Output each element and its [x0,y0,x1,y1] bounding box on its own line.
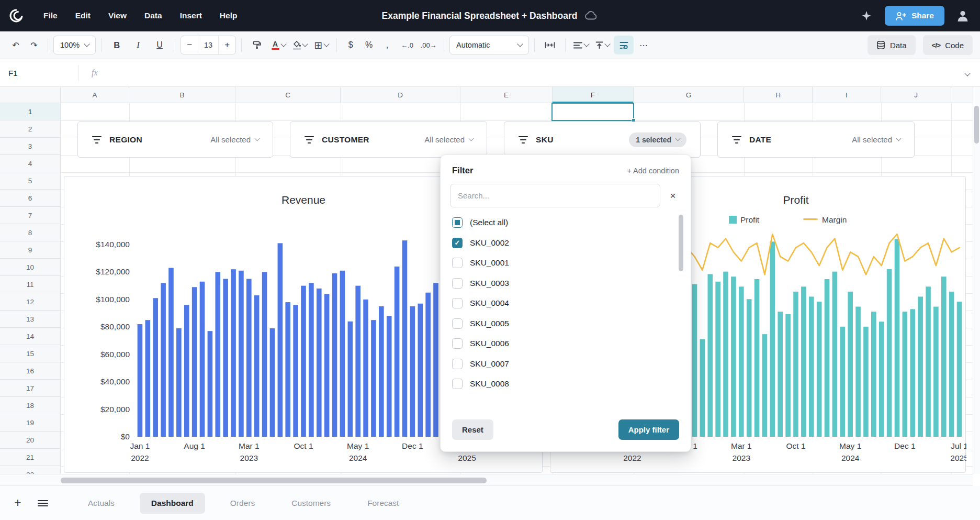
menu-data[interactable]: Data [137,6,170,25]
row-header-2[interactable]: 2 [0,120,60,138]
row-header-20[interactable]: 20 [0,432,60,449]
currency-format-button[interactable]: $ [342,36,359,54]
share-button[interactable]: Share [885,6,944,26]
filter-option-sku_0005[interactable]: SKU_0005 [452,314,673,334]
checkbox-unchecked[interactable] [452,278,463,289]
add-sheet-button[interactable]: + [8,494,27,513]
column-header-F[interactable]: F [553,87,634,103]
checkbox-unchecked[interactable] [452,338,463,349]
row-header-11[interactable]: 11 [0,276,60,293]
filter-option-sku_0007[interactable]: SKU_0007 [452,354,673,374]
fill-color-button[interactable] [290,36,310,54]
column-header-I[interactable]: I [813,87,881,103]
sheet-tab-customers[interactable]: Customers [280,493,342,514]
filter-option-sku_0002[interactable]: ✓SKU_0002 [452,233,673,253]
menu-help[interactable]: Help [212,6,245,25]
checkbox-unchecked[interactable] [452,359,463,369]
filter-option-sku_0008[interactable]: SKU_0008 [452,374,673,394]
borders-button[interactable]: ⊞ [311,36,331,54]
sheet-tab-forecast[interactable]: Forecast [356,493,410,514]
column-header-B[interactable]: B [129,87,235,103]
column-header-D[interactable]: D [341,87,460,103]
row-header-13[interactable]: 13 [0,311,60,328]
text-wrap-button[interactable] [614,36,634,54]
checkbox-checked[interactable]: ✓ [452,238,463,248]
row-header-15[interactable]: 15 [0,345,60,362]
row-header-9[interactable]: 9 [0,241,60,259]
column-header-E[interactable]: E [460,87,553,103]
code-panel-button[interactable]: </> Code [923,35,973,55]
row-header-21[interactable]: 21 [0,449,60,466]
apply-filter-button[interactable]: Apply filter [618,419,679,440]
checkbox-unchecked[interactable] [452,379,463,389]
filter-list-scrollbar-thumb[interactable] [679,215,683,271]
horizontal-scrollbar[interactable] [0,474,973,486]
cell-reference-box[interactable]: F1 [0,69,78,78]
filter-card-sku[interactable]: SKU1 selected [504,121,701,158]
checkbox-unchecked[interactable] [452,258,463,268]
filter-card-value[interactable]: All selected [852,135,900,144]
filter-option-selectall[interactable]: (Select all) [452,213,673,233]
row-header-14[interactable]: 14 [0,328,60,345]
filter-card-value[interactable]: All selected [424,135,473,144]
filter-card-customer[interactable]: CUSTOMERAll selected [290,121,487,158]
row-header-17[interactable]: 17 [0,380,60,397]
close-icon[interactable]: × [663,186,682,205]
column-header-G[interactable]: G [634,87,744,103]
user-avatar-icon[interactable] [954,7,972,25]
horizontal-scrollbar-thumb[interactable] [61,478,487,483]
column-header-H[interactable]: H [744,87,813,103]
checkbox-unchecked[interactable] [452,298,463,308]
column-header-C[interactable]: C [235,87,341,103]
font-size-value[interactable]: 13 [198,36,219,54]
row-header-1[interactable]: 1 [0,103,60,120]
sheet-tab-dashboard[interactable]: Dashboard [140,493,205,514]
menu-file[interactable]: File [36,6,65,25]
paint-format-button[interactable] [247,36,267,54]
number-format-select[interactable]: Automatic [449,36,529,54]
more-options-button[interactable]: ⋯ [635,36,652,54]
grid-corner[interactable] [951,87,973,103]
comma-format-button[interactable]: , [379,36,396,54]
filter-option-sku_0003[interactable]: SKU_0003 [452,273,673,294]
vertical-scrollbar-thumb[interactable] [974,106,979,143]
row-header-6[interactable]: 6 [0,190,60,207]
row-header-3[interactable]: 3 [0,138,60,155]
app-logo-icon[interactable] [8,8,24,24]
grid-corner[interactable] [0,87,61,103]
increase-font-size-button[interactable]: + [219,36,235,54]
column-header-A[interactable]: A [61,87,129,103]
row-header-7[interactable]: 7 [0,207,60,224]
filter-card-date[interactable]: DATEAll selected [717,121,915,158]
row-header-5[interactable]: 5 [0,172,60,190]
zoom-select[interactable]: 100% [53,36,96,54]
column-header-J[interactable]: J [881,87,951,103]
filter-card-value[interactable]: All selected [210,135,259,144]
increase-decimal-button[interactable]: .00→ [419,36,438,54]
filter-option-sku_0001[interactable]: SKU_0001 [452,253,673,273]
add-condition-link[interactable]: + Add condition [627,167,679,175]
sheet-tab-actuals[interactable]: Actuals [76,493,126,514]
menu-insert[interactable]: Insert [172,6,210,25]
decrease-decimal-button[interactable]: ←.0 [397,36,417,54]
cells-area[interactable]: Revenue$0$20,000$40,000$60,000$80,000$10… [61,103,973,474]
menu-edit[interactable]: Edit [67,6,98,25]
data-panel-button[interactable]: Data [868,35,916,55]
row-header-16[interactable]: 16 [0,362,60,380]
checkbox-indeterminate[interactable] [452,217,463,228]
filter-card-region[interactable]: REGIONAll selected [77,121,273,158]
sheet-tab-orders[interactable]: Orders [219,493,266,514]
redo-button[interactable]: ↷ [26,36,42,54]
row-header-22[interactable]: 22 [0,466,60,474]
formula-bar-expand-button[interactable] [965,68,970,78]
row-header-19[interactable]: 19 [0,414,60,432]
vertical-align-button[interactable] [592,36,612,54]
text-color-button[interactable]: A [268,36,288,54]
row-header-8[interactable]: 8 [0,224,60,241]
row-header-4[interactable]: 4 [0,155,60,172]
ai-spark-icon[interactable] [858,7,875,25]
checkbox-unchecked[interactable] [452,318,463,329]
reset-button[interactable]: Reset [452,419,493,440]
sheet-menu-icon[interactable] [33,494,52,513]
filter-option-sku_0004[interactable]: SKU_0004 [452,293,673,314]
